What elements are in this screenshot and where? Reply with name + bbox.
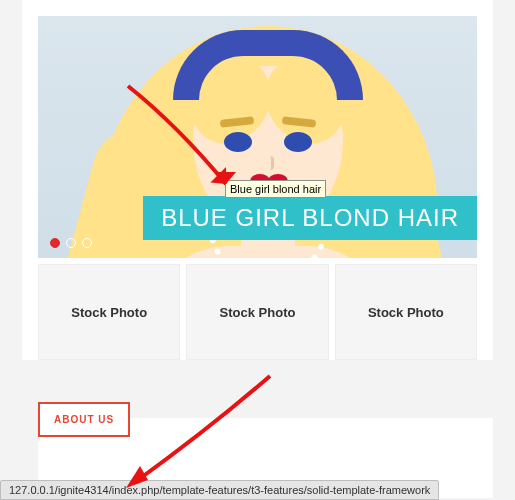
slider-dots (50, 238, 92, 248)
illustration-nose (264, 156, 274, 170)
thumbnail-label: Stock Photo (220, 305, 296, 320)
thumbnail-label: Stock Photo (71, 305, 147, 320)
thumbnail-item[interactable]: Stock Photo (38, 264, 180, 360)
thumbnail-item[interactable]: Stock Photo (186, 264, 328, 360)
thumbnail-label: Stock Photo (368, 305, 444, 320)
illustration-eye (284, 132, 312, 152)
slider-dot-3[interactable] (82, 238, 92, 248)
thumbnail-row: Stock Photo Stock Photo Stock Photo (38, 264, 477, 360)
annotation-arrow-icon (118, 76, 258, 206)
page-card: BLUE GIRL BLOND HAIR Blue girl blond hai… (22, 0, 493, 360)
slider-dot-2[interactable] (66, 238, 76, 248)
annotation-arrow-icon (120, 368, 290, 498)
slider-dot-1[interactable] (50, 238, 60, 248)
hero-slider[interactable]: BLUE GIRL BLOND HAIR Blue girl blond hai… (38, 16, 477, 258)
svg-marker-2 (126, 466, 148, 488)
about-us-tab[interactable]: ABOUT US (38, 402, 130, 437)
thumbnail-item[interactable]: Stock Photo (335, 264, 477, 360)
